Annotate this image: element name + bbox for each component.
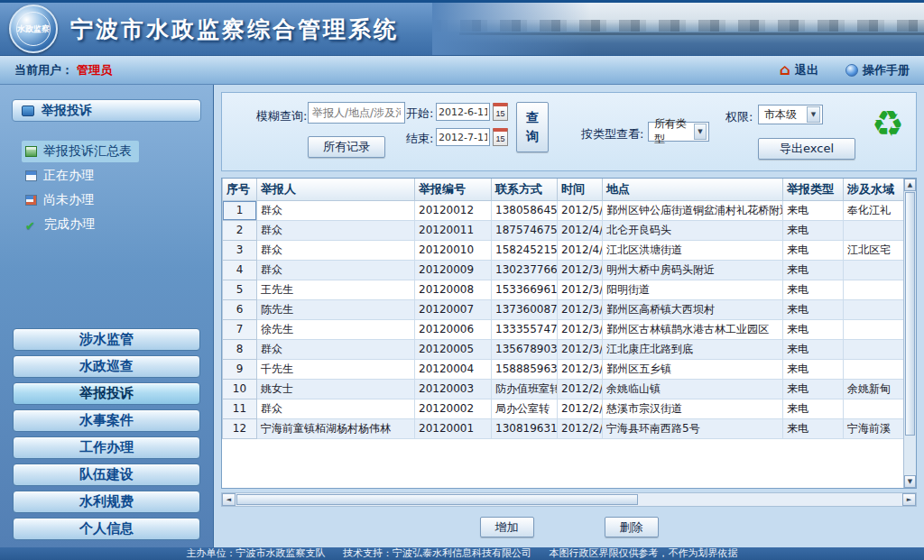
summary-table-icon bbox=[25, 146, 37, 157]
app-window: 水政监察 宁波市水政监察综合管理系统 当前用户： 管理员 退出 操作手册 举报投… bbox=[0, 0, 924, 560]
table-cell: 20120012 bbox=[415, 200, 492, 220]
app-header: 水政监察 宁波市水政监察综合管理系统 bbox=[0, 0, 924, 56]
manual-button[interactable]: 操作手册 bbox=[845, 62, 910, 78]
start-calendar-button[interactable]: 15 bbox=[493, 103, 508, 121]
table-cell: 2012/3/26 bbox=[558, 339, 603, 359]
col-header-time: 时间 bbox=[558, 179, 603, 200]
sidebar-item-in-progress[interactable]: 正在办理 bbox=[0, 163, 213, 188]
module-water-cases[interactable]: 水事案件 bbox=[13, 409, 200, 432]
table-cell: 群众 bbox=[257, 220, 415, 240]
module-water-patrol[interactable]: 水政巡查 bbox=[13, 355, 200, 378]
scroll-down-icon[interactable] bbox=[904, 475, 916, 488]
table-cell: 20120003 bbox=[415, 379, 492, 399]
table-cell: 宁海县环南西路5号 bbox=[603, 418, 783, 438]
all-records-button[interactable]: 所有记录 bbox=[308, 136, 385, 158]
table-row[interactable]: 9千先生20120004158885963252012/3/23鄞州区五乡镇来电 bbox=[223, 359, 905, 379]
table-cell: 2012/3/23 bbox=[558, 359, 603, 379]
table-cell bbox=[844, 220, 905, 240]
module-water-fees[interactable]: 水利规费 bbox=[13, 491, 200, 513]
module-personal-info[interactable]: 个人信息 bbox=[13, 518, 200, 540]
type-filter-select[interactable]: 所有类型 bbox=[648, 122, 709, 142]
table-cell: 9 bbox=[223, 359, 257, 379]
permission-select[interactable]: 市本级 bbox=[758, 105, 823, 124]
table-row[interactable]: 4群众20120009130237766492012/3/29明州大桥中房码头附… bbox=[223, 260, 905, 280]
table-cell: 明州大桥中房码头附近 bbox=[603, 260, 783, 280]
menu-item-label: 正在办理 bbox=[43, 168, 94, 184]
sidebar-item-report-summary[interactable]: 举报投诉汇总表 bbox=[0, 139, 213, 163]
module-team-building[interactable]: 队伍建设 bbox=[13, 464, 200, 486]
sidebar-item-pending[interactable]: 尚未办理 bbox=[0, 188, 213, 212]
search-button[interactable]: 查询 bbox=[516, 102, 549, 152]
table-cell: 来电 bbox=[783, 280, 844, 299]
table-cell: 来电 bbox=[783, 418, 844, 438]
table-cell: 阳明街道 bbox=[603, 280, 783, 299]
table-cell: 13567890390 bbox=[492, 339, 558, 359]
module-work-handling[interactable]: 工作办理 bbox=[13, 436, 200, 459]
page-title: 宁波市水政监察综合管理系统 bbox=[70, 3, 399, 56]
table-row[interactable]: 6陈先生20120007137360087292012/3/29鄞州区高桥镇大西… bbox=[223, 299, 905, 319]
table-row[interactable]: 11群众20120002局办公室转2012/2/10慈溪市宗汉街道来电 bbox=[223, 399, 905, 418]
add-button[interactable]: 增加 bbox=[480, 517, 534, 537]
sidebar-item-completed[interactable]: 完成办理 bbox=[0, 212, 213, 236]
scroll-up-icon[interactable] bbox=[904, 179, 916, 191]
menu-item-label: 举报投诉汇总表 bbox=[43, 143, 132, 160]
table-cell: 慈溪市宗汉街道 bbox=[603, 399, 783, 418]
table-row[interactable]: 3群众20120010158245215972012/4/17江北区洪塘街道来电… bbox=[223, 240, 905, 260]
logout-label: 退出 bbox=[795, 62, 818, 78]
logout-button[interactable]: 退出 bbox=[780, 62, 818, 78]
table-row[interactable]: 12宁海前童镇栢湖杨村杨伟林20120001130819631762012/2/… bbox=[223, 418, 905, 438]
table-cell bbox=[844, 399, 905, 418]
table-cell: 2 bbox=[223, 220, 257, 240]
table-cell: 群众 bbox=[257, 240, 415, 260]
table-row[interactable]: 7徐先生20120006133355747782012/3/29鄞州区古林镇鹊水… bbox=[223, 319, 905, 339]
start-date-input[interactable] bbox=[436, 103, 490, 121]
table-row[interactable]: 10姚女士20120003防办值班室转2012/2/23余姚临山镇来电余姚新甸 bbox=[223, 379, 905, 399]
table-cell bbox=[844, 280, 905, 299]
table-row[interactable]: 1群众20120012138058645282012/5/4鄞州区钟公庙街道铜盆… bbox=[223, 200, 905, 220]
table-cell: 防办值班室转 bbox=[492, 379, 558, 399]
table-cell: 来电 bbox=[783, 260, 844, 280]
table-cell: 1 bbox=[223, 200, 257, 220]
table-cell: 8 bbox=[223, 339, 257, 359]
table-cell: 余姚新甸 bbox=[844, 379, 905, 399]
table-cell: 13335574778 bbox=[492, 319, 558, 339]
table-cell: 2012/4/17 bbox=[558, 240, 603, 260]
table-cell: 来电 bbox=[783, 220, 844, 240]
table-cell: 2012/3/29 bbox=[558, 319, 603, 339]
type-filter-label: 按类型查看: bbox=[581, 126, 643, 142]
vertical-scroll-thumb[interactable] bbox=[905, 192, 915, 436]
table-row[interactable]: 8群众20120005135678903902012/3/26江北康庄北路到底来… bbox=[223, 339, 905, 359]
end-calendar-button[interactable]: 15 bbox=[493, 128, 508, 146]
table-cell: 18757467537 bbox=[492, 220, 558, 240]
table-cell: 来电 bbox=[783, 359, 844, 379]
permission-label: 权限: bbox=[725, 109, 753, 125]
home-icon bbox=[780, 62, 790, 78]
table-row[interactable]: 5王先生20120008153366961212012/3/31阳明街道来电 bbox=[223, 280, 905, 299]
module-report-complaint[interactable]: 举报投诉 bbox=[13, 382, 200, 405]
app-logo-text: 水政监察 bbox=[16, 12, 51, 46]
table-cell: 鄞州区五乡镇 bbox=[603, 359, 783, 379]
fuzzy-search-input[interactable] bbox=[308, 102, 405, 124]
scroll-right-icon[interactable] bbox=[902, 493, 916, 506]
module-water-supervision[interactable]: 涉水监管 bbox=[13, 328, 200, 351]
scroll-left-icon[interactable] bbox=[222, 493, 236, 506]
horizontal-scroll-thumb[interactable] bbox=[236, 494, 638, 505]
table-cell: 群众 bbox=[257, 339, 415, 359]
table-cell: 15824521597 bbox=[492, 240, 558, 260]
horizontal-scrollbar[interactable] bbox=[221, 492, 917, 507]
table-row[interactable]: 2群众20120011187574675372012/4/23北仑开良码头来电 bbox=[223, 220, 905, 240]
table-cell: 2012/2/3 bbox=[558, 418, 603, 438]
refresh-icon[interactable] bbox=[868, 104, 908, 143]
table-cell: 20120001 bbox=[415, 418, 492, 438]
report-table-body: 1群众20120012138058645282012/5/4鄞州区钟公庙街道铜盆… bbox=[223, 200, 905, 438]
table-cell: 4 bbox=[223, 260, 257, 280]
type-filter-value: 所有类型 bbox=[654, 116, 694, 147]
table-cell: 宁海前童镇栢湖杨村杨伟林 bbox=[257, 418, 415, 438]
table-cell: 5 bbox=[223, 280, 257, 299]
footer-support: 技术支持：宁波弘泰水利信息科技有限公司 bbox=[343, 547, 531, 559]
delete-button[interactable]: 删除 bbox=[605, 517, 659, 537]
vertical-scrollbar[interactable] bbox=[903, 179, 916, 488]
end-date-input[interactable] bbox=[436, 128, 490, 146]
export-excel-button[interactable]: 导出excel bbox=[758, 138, 855, 160]
sidebar-panel-title[interactable]: 举报投诉 bbox=[12, 99, 201, 122]
